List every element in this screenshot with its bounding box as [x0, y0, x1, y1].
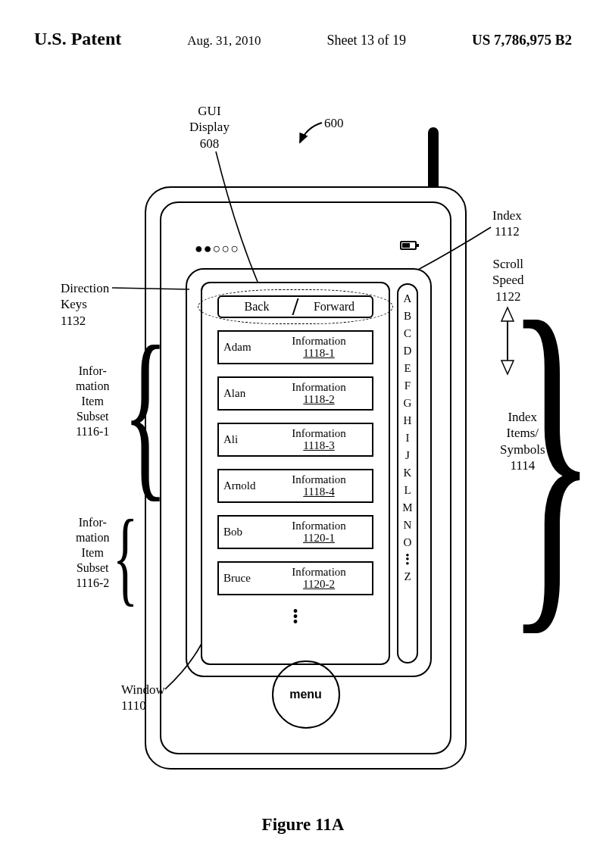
label-subset-2: Infor- mation Item Subset 1116-2	[76, 515, 109, 591]
sheet-number: Sheet 13 of 19	[327, 33, 406, 48]
item-list: Adam Information1118-1 Alan Information1…	[217, 330, 373, 625]
figure-caption: Figure 11A	[0, 815, 606, 835]
index-letter[interactable]: M	[402, 501, 412, 514]
forward-button[interactable]: Forward	[296, 297, 372, 317]
item-ref: 1118-1	[303, 347, 334, 359]
page-header: U.S. Patent Aug. 31, 2010 Sheet 13 of 19…	[34, 29, 572, 49]
index-letter[interactable]: G	[404, 397, 412, 410]
index-letter[interactable]: F	[405, 379, 411, 392]
item-info: Information1120-2	[266, 567, 372, 591]
index-letter[interactable]: E	[404, 362, 411, 375]
issue-date: Aug. 31, 2010	[187, 33, 261, 48]
item-ref: 1120-1	[303, 532, 335, 544]
patent-figure-page: U.S. Patent Aug. 31, 2010 Sheet 13 of 19…	[0, 0, 606, 868]
index-letter[interactable]: J	[405, 449, 410, 462]
menu-label: menu	[289, 688, 322, 701]
index-letter[interactable]: O	[404, 536, 412, 549]
item-ref: 1118-3	[303, 439, 334, 451]
item-info: Information1118-3	[266, 428, 372, 452]
device-inner-outline: ●●○○○ Back Forward Adam Information1118-…	[160, 201, 451, 754]
item-ref: 1118-4	[303, 486, 334, 498]
item-name: Adam	[219, 341, 266, 354]
device-outline: ●●○○○ Back Forward Adam Information1118-…	[145, 186, 467, 770]
menu-button[interactable]: menu	[272, 660, 340, 729]
label-ref-600: 600	[324, 115, 344, 131]
back-label: Back	[245, 300, 270, 314]
list-item[interactable]: Adam Information1118-1	[217, 330, 373, 364]
index-letter[interactable]: I	[406, 432, 410, 445]
item-name: Ali	[219, 433, 266, 446]
brace-subset-2: {	[113, 504, 139, 610]
label-subset-1: Infor- mation Item Subset 1116-1	[76, 364, 109, 439]
index-ellipsis-icon: •••	[405, 554, 409, 566]
index-letter[interactable]: A	[404, 292, 412, 305]
list-item[interactable]: Ali Information1118-3	[217, 423, 373, 457]
label-direction-keys: Direction Keys 1132	[61, 280, 109, 329]
item-name: Arnold	[219, 479, 266, 492]
item-info: Information1118-1	[266, 336, 372, 360]
patent-number: US 7,786,975 B2	[472, 32, 572, 48]
list-item[interactable]: Arnold Information1118-4	[217, 469, 373, 503]
patent-title: U.S. Patent	[34, 29, 121, 49]
index-letter[interactable]: N	[404, 519, 412, 532]
brace-index-items: }	[506, 265, 597, 644]
battery-icon	[400, 241, 417, 250]
label-index: Index 1112	[492, 208, 522, 240]
item-info: Information1118-4	[266, 474, 372, 498]
antenna-icon	[428, 127, 439, 188]
index-letter[interactable]: Z	[404, 570, 411, 583]
back-button[interactable]: Back	[219, 297, 295, 317]
index-letter[interactable]: D	[404, 345, 412, 358]
index-letter[interactable]: B	[404, 310, 411, 323]
screen-area: Back Forward Adam Information1118-1 Alan…	[186, 268, 432, 677]
more-items-icon: •••	[217, 609, 373, 625]
list-item[interactable]: Bob Information1120-1	[217, 515, 373, 549]
list-window: Back Forward Adam Information1118-1 Alan…	[201, 282, 390, 665]
list-item[interactable]: Alan Information1118-2	[217, 376, 373, 411]
item-name: Bruce	[219, 572, 266, 585]
forward-label: Forward	[314, 300, 355, 314]
direction-keys: Back Forward	[217, 295, 373, 318]
signal-dots-icon: ●●○○○	[195, 241, 239, 257]
index-letter[interactable]: K	[404, 467, 412, 479]
index-letter[interactable]: C	[404, 327, 411, 340]
item-info: Information1120-1	[266, 520, 372, 545]
item-name: Bob	[219, 526, 266, 539]
item-info: Information1118-2	[266, 382, 372, 406]
index-letter[interactable]: L	[404, 484, 411, 497]
list-item[interactable]: Bruce Information1120-2	[217, 561, 373, 595]
index-bar[interactable]: A B C D E F G H I J K L M N O ••• Z	[397, 283, 418, 663]
index-letter[interactable]: H	[404, 414, 412, 427]
item-ref: 1120-2	[303, 578, 335, 590]
item-ref: 1118-2	[303, 393, 334, 405]
label-gui-display: GUI Display 608	[189, 103, 230, 151]
item-name: Alan	[219, 387, 266, 400]
